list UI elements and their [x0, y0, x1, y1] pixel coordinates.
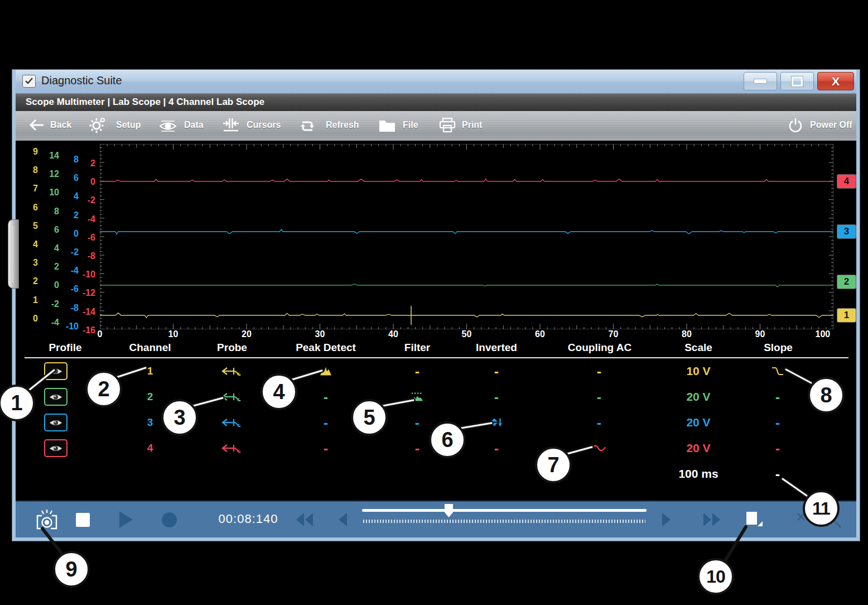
playback-slider-track[interactable]: [362, 509, 647, 512]
scale-value[interactable]: 20 V: [686, 416, 710, 429]
callout-4: 4: [261, 373, 297, 410]
print-button[interactable]: Print: [462, 120, 482, 130]
close-button[interactable]: X: [817, 72, 854, 90]
channel-number[interactable]: 3: [147, 416, 153, 429]
channel-marker-2[interactable]: 2: [837, 275, 856, 289]
header-rule: [25, 357, 848, 358]
channel-number[interactable]: 1: [147, 365, 153, 377]
refresh-icon[interactable]: [299, 118, 316, 135]
data-eye-icon[interactable]: [158, 120, 177, 132]
camera-icon[interactable]: [35, 502, 59, 537]
playback-slider-ticks: [363, 520, 645, 523]
x-axis-label: 20: [242, 329, 252, 339]
sine-wave-icon[interactable]: [591, 444, 607, 453]
step-forward-button[interactable]: [662, 502, 671, 537]
data-button[interactable]: Data: [184, 120, 204, 130]
app-window: Diagnostic Suite X Scope Multimeter | La…: [12, 70, 860, 541]
peak-detect-value[interactable]: -: [324, 415, 328, 431]
side-panel-handle[interactable]: [8, 219, 19, 289]
minimize-button[interactable]: [744, 72, 777, 90]
file-folder-icon[interactable]: [378, 118, 396, 133]
scale-value[interactable]: 20 V: [686, 390, 710, 404]
title-bar: Diagnostic Suite X: [16, 70, 856, 93]
filter-value[interactable]: -: [415, 415, 419, 431]
power-off-button[interactable]: Power Off: [810, 120, 852, 130]
filter-value[interactable]: -: [415, 363, 419, 380]
playback-bar: 00:08:140: [16, 501, 856, 537]
header-slope: Slope: [764, 342, 793, 354]
probe-icon[interactable]: [221, 443, 241, 454]
inverted-value[interactable]: -: [494, 389, 499, 405]
stop-button[interactable]: [76, 502, 90, 537]
scale-value[interactable]: 10 V: [686, 364, 710, 378]
step-back-icon: [338, 512, 348, 527]
fast-forward-icon: [703, 512, 721, 527]
back-button[interactable]: Back: [50, 120, 71, 130]
setup-button[interactable]: Setup: [116, 120, 141, 130]
back-icon[interactable]: [29, 118, 45, 132]
profile-eye-icon[interactable]: [44, 439, 67, 457]
filter-icon[interactable]: [411, 392, 424, 402]
setup-gear-icon[interactable]: [89, 117, 106, 133]
x-axis-label: 70: [609, 329, 619, 339]
timebase-value[interactable]: 100 ms: [678, 467, 718, 481]
channel-marker-1[interactable]: 1: [837, 309, 856, 322]
marker-button[interactable]: [744, 502, 763, 537]
slope-value[interactable]: -: [775, 389, 780, 405]
profile-eye-icon[interactable]: [44, 362, 67, 380]
time-display: 00:08:140: [212, 512, 284, 526]
profile-eye-icon[interactable]: [44, 388, 67, 406]
file-button[interactable]: File: [403, 120, 418, 130]
channel-number[interactable]: 2: [147, 391, 153, 403]
channel-marker-4[interactable]: 4: [837, 175, 856, 188]
power-icon[interactable]: [788, 117, 803, 134]
inverted-value[interactable]: -: [494, 363, 499, 380]
refresh-button[interactable]: Refresh: [326, 120, 359, 130]
inverted-value[interactable]: -: [494, 440, 499, 457]
x-axis-label: 50: [462, 329, 472, 339]
step-back-button[interactable]: [338, 502, 348, 537]
peak-detect-value[interactable]: -: [324, 389, 328, 405]
cursors-icon[interactable]: [222, 117, 240, 134]
header-channel: Channel: [129, 342, 171, 354]
coupling-ac-value[interactable]: -: [597, 415, 601, 431]
play-button[interactable]: [119, 502, 133, 537]
probe-icon[interactable]: [221, 366, 241, 377]
filter-value[interactable]: -: [415, 440, 419, 457]
channel-settings-table: Profile Channel Probe Peak Detect Filter…: [16, 339, 856, 500]
slope-value[interactable]: -: [775, 440, 780, 457]
fast-forward-button[interactable]: [703, 502, 721, 537]
header-probe: Probe: [217, 342, 247, 354]
print-icon[interactable]: [438, 117, 456, 134]
probe-icon[interactable]: [221, 391, 241, 402]
scale-value[interactable]: 20 V: [686, 441, 710, 455]
coupling-ac-value[interactable]: -: [597, 363, 601, 380]
profile-eye-icon[interactable]: [44, 414, 67, 431]
y-axis-ch4: 20-2-4-6-8-10-12-14-16: [75, 154, 95, 339]
peaks-icon[interactable]: [320, 367, 332, 376]
callout-1: 1: [0, 385, 35, 421]
probe-icon[interactable]: [221, 417, 241, 428]
stop-icon: [76, 513, 90, 527]
y-axis-ch2: 14121086420-2-4: [39, 146, 59, 332]
coupling-ac-value[interactable]: -: [597, 389, 601, 405]
breadcrumb: Scope Multimeter | Lab Scope | 4 Channel…: [26, 97, 264, 108]
record-button[interactable]: [162, 502, 177, 537]
peak-detect-value[interactable]: -: [324, 440, 328, 457]
rewind-button[interactable]: [296, 502, 314, 537]
channel-marker-3[interactable]: 3: [837, 225, 856, 238]
header-scale: Scale: [684, 342, 712, 354]
slope-value[interactable]: -: [775, 415, 780, 431]
cursors-button[interactable]: Cursors: [247, 120, 281, 130]
invert-icon[interactable]: [490, 417, 503, 428]
falling-edge-icon[interactable]: [771, 366, 784, 377]
x-axis-label: 80: [682, 329, 692, 339]
timebase-slope-value[interactable]: -: [775, 466, 780, 482]
callout-2: 2: [85, 371, 122, 407]
waveform-plot[interactable]: [100, 144, 833, 329]
maximize-button[interactable]: [780, 72, 814, 90]
toolbar: Back Setup Data Cursors Refresh: [16, 111, 856, 141]
playback-slider-thumb[interactable]: [445, 504, 453, 517]
channel-number[interactable]: 4: [147, 442, 153, 454]
timebase-row: 100 ms -: [16, 462, 856, 486]
